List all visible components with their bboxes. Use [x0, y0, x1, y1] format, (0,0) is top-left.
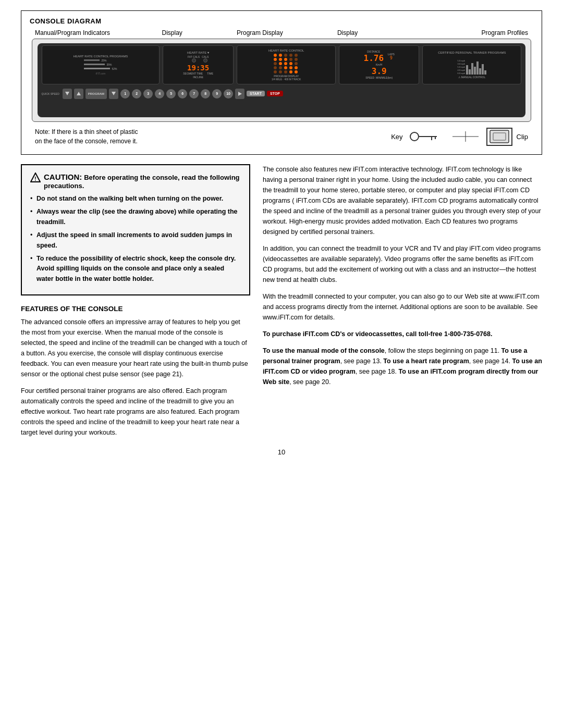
btn-6: 6 — [178, 89, 187, 98]
right-para-4: To purchase iFIT.com CD's or videocasset… — [263, 329, 542, 339]
btn-7: 7 — [189, 89, 199, 98]
features-title: FEATURES OF THE CONSOLE — [21, 305, 250, 313]
caution-triangle-icon: ! — [30, 172, 41, 183]
diagram-labels-row: Manual/Program Indicators Display Progra… — [30, 29, 533, 36]
diagram-title: CONSOLE DIAGRAM — [30, 17, 533, 25]
key-label: Key — [391, 133, 402, 141]
speed-down-btn — [109, 89, 118, 99]
key-svg — [408, 129, 445, 144]
caution-item-1: Do not stand on the walking belt when tu… — [30, 194, 241, 204]
btn-8: 8 — [201, 89, 210, 98]
label-display-right: Display — [332, 29, 363, 36]
key-area: Key — [391, 128, 528, 146]
features-section: FEATURES OF THE CONSOLE The advanced con… — [21, 305, 250, 438]
key-clip-row: Note: If there is a thin sheet of plasti… — [30, 127, 533, 146]
program-profiles-section: CERTIFIED PERSONAL TRAINER PROGRAMS 5.0 … — [422, 45, 521, 84]
clip-label: Clip — [517, 133, 528, 141]
program-btn: PROGRAM — [85, 89, 107, 99]
console-diagram-image: HEART RATE CONTROL PROGRAMS 25% 35% — [32, 39, 531, 122]
caution-box: ! CAUTION: Before operating the console,… — [21, 164, 250, 295]
btn-2: 2 — [132, 89, 141, 98]
console-panel: HEART RATE CONTROL PROGRAMS 25% 35% — [38, 43, 526, 117]
clip-area: Clip — [486, 128, 528, 146]
key-shape-icon — [408, 129, 445, 144]
right-para-2: In addition, you can connect the treadmi… — [263, 243, 542, 285]
svg-text:!: ! — [34, 176, 36, 182]
ifit-label: HEART RATE CONTROL PROGRAMS — [74, 55, 128, 58]
btn-1: 1 — [120, 89, 130, 98]
btn-9: 9 — [212, 89, 222, 98]
console-diagram-section: CONSOLE DIAGRAM Manual/Program Indicator… — [21, 10, 542, 155]
start-btn: START — [247, 91, 265, 96]
console-button-row: QUICK SPEED PROGRAM 1 2 3 — [42, 87, 522, 101]
right-para-1: The console also features new iFIT.com i… — [263, 164, 542, 237]
program-display-label: HEART RATE CONTROL — [268, 49, 304, 52]
label-program-profiles: Program Profiles — [460, 29, 528, 36]
svg-rect-7 — [490, 130, 509, 143]
right-column: The console also features new iFIT.com i… — [263, 164, 542, 438]
btn-3: 3 — [143, 89, 153, 98]
caution-item-4: To reduce the possibility of electric sh… — [30, 254, 241, 284]
features-para-1: The advanced console offers an impressiv… — [21, 317, 250, 379]
caution-heading: CAUTION: Before operating the console, r… — [44, 172, 241, 190]
program-display-section: HEART RATE CONTROL PROGRAM DISPLAY 1/4 M… — [237, 45, 336, 84]
clip-box — [486, 128, 512, 146]
power-btn — [63, 89, 72, 99]
caution-title-row: ! CAUTION: Before operating the console,… — [30, 172, 241, 190]
distance-speed-section: DISTANCE 1.76 LAPS 9 Km/H 3.9 SPEED MIN/… — [339, 45, 419, 84]
btn-10: 10 — [224, 89, 233, 98]
speed-display: 3.9 — [372, 66, 387, 76]
btn-5: 5 — [166, 89, 176, 98]
btn-4: 4 — [155, 89, 164, 98]
right-para-3: With the treadmill connected to your com… — [263, 291, 542, 323]
clip-shape-icon — [489, 129, 510, 144]
label-manual-program: Manual/Program Indicators — [35, 29, 118, 36]
heart-rate-section: HEART RATE ♥ FAT CALS CALS 19:35 — [163, 45, 234, 84]
time-display: 19:35 — [187, 64, 209, 72]
label-display-left: Display — [156, 29, 188, 36]
main-content: ! CAUTION: Before operating the console,… — [21, 164, 542, 438]
stop-btn: STOP — [267, 91, 283, 96]
ifit-section: HEART RATE CONTROL PROGRAMS 25% 35% — [42, 45, 160, 84]
connector-lines-icon — [450, 129, 481, 144]
caution-item-3: Adjust the speed in small increments to … — [30, 230, 241, 251]
label-program-display: Program Display — [226, 29, 293, 36]
svg-point-0 — [410, 132, 419, 141]
distance-display: 1.76 — [364, 53, 384, 63]
speed-up-btn — [235, 89, 244, 99]
left-column: ! CAUTION: Before operating the console,… — [21, 164, 250, 438]
features-para-2: Four certified personal trainer programs… — [21, 386, 250, 438]
caution-list: Do not stand on the walking belt when tu… — [30, 194, 241, 284]
right-para-5: To use the manual mode of the console, f… — [263, 346, 542, 387]
note-text: Note: If there is a thin sheet of plasti… — [35, 127, 381, 146]
heart-rate-label: HEART RATE ♥ — [187, 51, 210, 54]
caution-item-2: Always wear the clip (see the drawing ab… — [30, 207, 241, 227]
page-number: 10 — [21, 448, 542, 456]
caution-body: Do not stand on the walking belt when tu… — [30, 194, 241, 284]
profiles-label: CERTIFIED PERSONAL TRAINER PROGRAMS — [438, 51, 506, 54]
incline-up-btn — [74, 89, 83, 99]
